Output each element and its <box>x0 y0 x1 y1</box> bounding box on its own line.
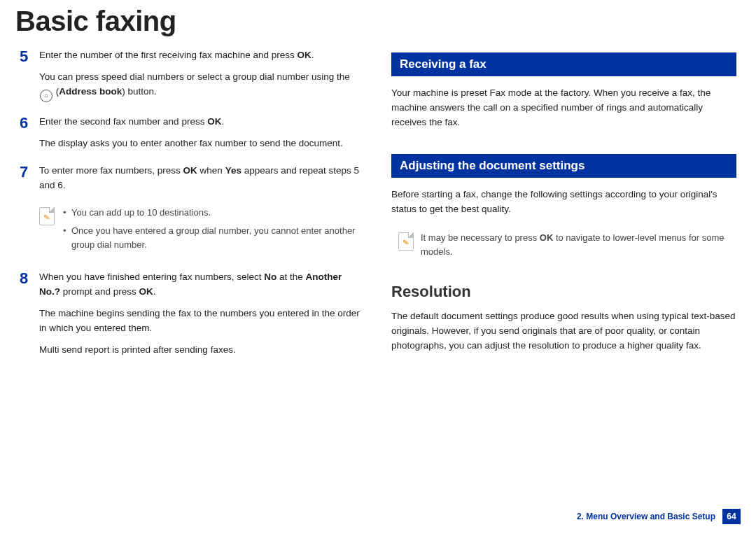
step-number: 6 <box>20 115 39 131</box>
note-icon <box>39 207 55 225</box>
note-text: It may be necessary to press OK to navig… <box>421 231 736 259</box>
step-body: When you have finished entering fax numb… <box>39 270 365 358</box>
page-footer: 2. Menu Overview and Basic Setup 64 <box>577 509 741 524</box>
page-title: Basic faxing <box>0 0 756 48</box>
body-text-resolution: The default document settings produce go… <box>391 309 736 353</box>
section-heading-adjusting: Adjusting the document settings <box>391 154 736 178</box>
note-item: You can add up to 10 destinations. <box>62 206 365 220</box>
left-column: 5Enter the number of the first receiving… <box>13 48 368 370</box>
footer-chapter-label: 2. Menu Overview and Basic Setup <box>577 512 715 521</box>
step-number: 5 <box>20 48 39 64</box>
sub-heading-resolution: Resolution <box>391 283 736 301</box>
note-box-destinations: You can add up to 10 destinations.Once y… <box>39 206 365 256</box>
step-number: 8 <box>20 270 39 286</box>
step-8: 8When you have finished entering fax num… <box>20 270 365 358</box>
step-6: 6Enter the second fax number and press O… <box>20 115 365 151</box>
step-body: To enter more fax numbers, press OK when… <box>39 164 365 193</box>
footer-page-number: 64 <box>722 509 741 524</box>
step-5: 5Enter the number of the first receiving… <box>20 48 365 102</box>
step-body: Enter the second fax number and press OK… <box>39 115 365 151</box>
step-number: 7 <box>20 164 39 180</box>
two-column-layout: 5Enter the number of the first receiving… <box>0 48 756 370</box>
address-book-icon: ⌂ <box>40 90 52 102</box>
right-column: Receiving a fax Your machine is preset F… <box>390 48 743 370</box>
note-list: You can add up to 10 destinations.Once y… <box>62 206 365 256</box>
note-box-ok-nav: It may be necessary to press OK to navig… <box>398 231 736 259</box>
step-7: 7To enter more fax numbers, press OK whe… <box>20 164 365 193</box>
body-text-adjusting: Before starting a fax, change the follow… <box>391 188 736 217</box>
step-body: Enter the number of the first receiving … <box>39 48 365 102</box>
section-heading-receiving: Receiving a fax <box>391 52 736 76</box>
note-item: Once you have entered a group dial numbe… <box>62 224 365 252</box>
body-text-receiving: Your machine is preset Fax mode at the f… <box>391 86 736 130</box>
note-icon <box>398 232 414 251</box>
